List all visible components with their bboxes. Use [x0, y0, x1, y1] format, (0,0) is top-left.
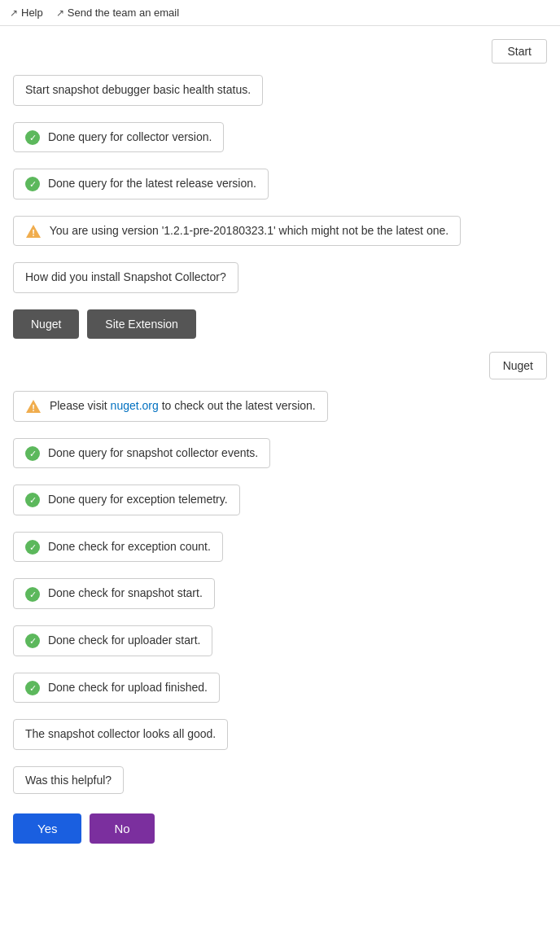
version-warning-box: ! You are using version '1.2.1-pre-20180…: [13, 216, 461, 247]
done-exception-telemetry-text: Done query for exception telemetry.: [48, 493, 228, 506]
done-collector-version-box: ✓ Done query for collector version.: [13, 122, 224, 153]
check-icon-8: ✓: [25, 681, 40, 695]
help-label: Help: [21, 7, 43, 19]
main-content: Start Start snapshot debugger basic heal…: [0, 26, 560, 868]
nuget-response-box: Nuget: [489, 352, 547, 379]
done-uploader-start-text: Done check for uploader start.: [48, 634, 201, 647]
msg-done-upload-finished: ✓ Done check for upload finished.: [13, 673, 547, 712]
done-collector-events-text: Done query for snapshot collector events…: [48, 446, 258, 459]
done-exception-count-box: ✓ Done check for exception count.: [13, 532, 223, 563]
check-icon-6: ✓: [25, 587, 40, 602]
msg-done-exception-count: ✓ Done check for exception count.: [13, 532, 547, 571]
looks-good-box: The snapshot collector looks all good.: [13, 719, 228, 750]
msg-version-warning: ! You are using version '1.2.1-pre-20180…: [13, 216, 547, 255]
install-buttons-row: Nuget Site Extension: [13, 309, 547, 339]
help-link[interactable]: ↗ Help: [10, 7, 43, 19]
msg-done-uploader-start: ✓ Done check for uploader start.: [13, 625, 547, 664]
msg-done-collector-events: ✓ Done query for snapshot collector even…: [13, 438, 547, 477]
visit-nuget-prefix: Please visit: [50, 399, 111, 412]
msg-start-snapshot: Start snapshot debugger basic health sta…: [13, 75, 547, 114]
top-bar: ↗ Help ↗ Send the team an email: [0, 0, 560, 26]
email-link[interactable]: ↗ Send the team an email: [56, 7, 179, 19]
nuget-button[interactable]: Nuget: [13, 309, 79, 339]
external-link-icon-2: ↗: [56, 7, 64, 19]
site-extension-button[interactable]: Site Extension: [87, 309, 196, 339]
done-exception-telemetry-box: ✓ Done query for exception telemetry.: [13, 485, 240, 515]
warn-triangle-1: !: [25, 224, 42, 239]
done-snapshot-start-text: Done check for snapshot start.: [48, 586, 203, 599]
yes-button[interactable]: Yes: [13, 813, 81, 844]
visit-nuget-box: ! Please visit nuget.org to check out th…: [13, 391, 328, 422]
done-upload-finished-box: ✓ Done check for upload finished.: [13, 673, 220, 704]
warn-triangle-2: !: [25, 399, 42, 414]
check-icon-3: ✓: [25, 446, 40, 461]
no-button[interactable]: No: [90, 813, 154, 844]
visit-nuget-suffix: to check out the latest version.: [159, 399, 316, 412]
nuget-response-row: Nuget: [13, 352, 547, 379]
check-icon-2: ✓: [25, 177, 40, 191]
done-snapshot-start-box: ✓ Done check for snapshot start.: [13, 578, 215, 609]
check-icon-5: ✓: [25, 540, 40, 555]
helpful-buttons-row: Yes No: [13, 813, 547, 844]
start-button[interactable]: Start: [492, 39, 547, 64]
external-link-icon: ↗: [10, 7, 18, 19]
done-exception-count-text: Done check for exception count.: [48, 540, 211, 553]
helpful-box: Was this helpful?: [13, 766, 124, 794]
check-icon-1: ✓: [25, 130, 40, 145]
done-uploader-start-box: ✓ Done check for uploader start.: [13, 625, 212, 656]
check-icon-4: ✓: [25, 493, 40, 507]
msg-done-exception-telemetry: ✓ Done query for exception telemetry.: [13, 485, 547, 524]
svg-text:!: !: [32, 228, 35, 238]
msg-done-snapshot-start: ✓ Done check for snapshot start.: [13, 578, 547, 617]
msg-done-collector-version: ✓ Done query for collector version.: [13, 122, 547, 161]
svg-text:!: !: [32, 403, 35, 413]
check-icon-7: ✓: [25, 634, 40, 648]
start-snapshot-box: Start snapshot debugger basic health sta…: [13, 75, 263, 106]
msg-visit-nuget: ! Please visit nuget.org to check out th…: [13, 391, 547, 430]
done-collector-events-box: ✓ Done query for snapshot collector even…: [13, 438, 270, 469]
msg-looks-good: The snapshot collector looks all good.: [13, 719, 547, 758]
install-question-box: How did you install Snapshot Collector?: [13, 262, 238, 293]
done-upload-finished-text: Done check for upload finished.: [48, 681, 208, 694]
start-btn-row: Start: [13, 39, 547, 64]
done-collector-version-text: Done query for collector version.: [48, 130, 212, 143]
msg-done-latest-release: ✓ Done query for the latest release vers…: [13, 169, 547, 208]
done-latest-release-box: ✓ Done query for the latest release vers…: [13, 169, 269, 200]
nuget-link[interactable]: nuget.org: [111, 399, 159, 412]
msg-install-question: How did you install Snapshot Collector?: [13, 262, 547, 301]
msg-was-helpful: Was this helpful?: [13, 766, 547, 805]
done-latest-release-text: Done query for the latest release versio…: [48, 177, 256, 190]
version-warning-text: You are using version '1.2.1-pre-2018032…: [50, 224, 449, 237]
email-label: Send the team an email: [68, 7, 179, 19]
